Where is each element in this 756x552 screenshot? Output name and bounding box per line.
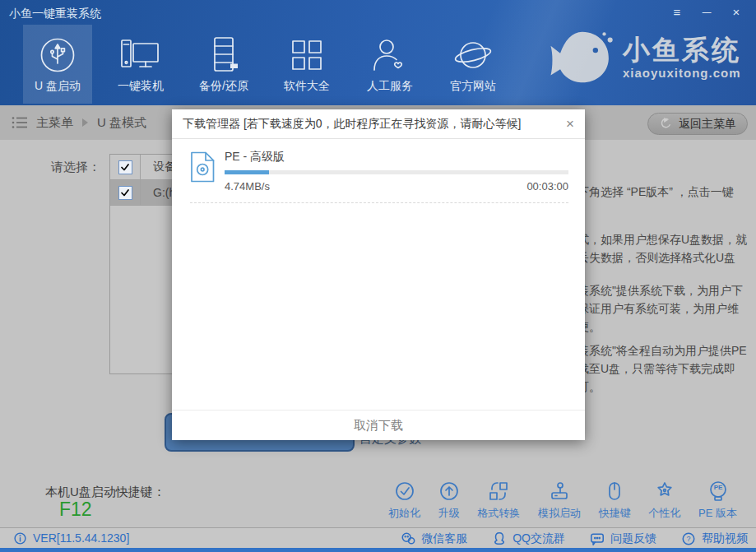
help-text-line: 下角选择 “PE版本” ，点击一键 [577,185,734,200]
window-close-button[interactable]: × [728,3,744,20]
nav-label: 备份/还原 [199,79,248,94]
tool-pe-version[interactable]: PE PE 版本 [698,480,737,521]
hotkey-mouse-icon [604,480,625,502]
pe-version-icon: PE [707,480,729,502]
window-minimize-button[interactable]: ─ [698,3,715,20]
progress-bar [225,170,568,174]
website-icon [452,35,494,76]
app-window: 小鱼一键重装系统 ≡ ─ × U 盘启动 [0,0,756,552]
simulate-boot-icon [549,480,570,502]
help-video-icon: ? [681,531,696,546]
nav-item-human-service[interactable]: 人工服务 [355,25,424,104]
help-text-line: 丢失数据，否则选择格式化U盘 [577,251,735,266]
nav-label: 一键装机 [118,79,164,94]
help-text-line: 载至U盘，只需等待下载完成即 [577,362,735,377]
apps-icon [290,35,324,76]
window-bottom-border [0,548,756,552]
nav-item-usb-boot[interactable]: U 盘启动 [23,25,92,104]
help-video-link[interactable]: ? 帮助视频 [681,531,748,546]
help-text-line: 保证用户有系统可装，为用户维 [577,302,739,317]
nav-label: 人工服务 [367,79,413,94]
select-device-label: 请选择： [51,160,100,175]
brand-logo: 小鱼系统 xiaoyuxitong.com [547,28,741,87]
header: 小鱼一键重装系统 ≡ ─ × U 盘启动 [0,0,756,105]
backup-icon [207,35,240,76]
download-speed: 4.74MB/s [225,180,270,193]
wechat-icon [401,531,415,546]
fish-logo-icon [547,28,615,87]
progress-fill [225,170,269,174]
svg-text:PE: PE [713,484,722,491]
help-text-line: 装系统"将全程自动为用户提供PE [577,344,747,359]
version-label: VER[11.5.44.1230] [33,531,129,545]
brand-domain: xiaoyuxitong.com [623,66,741,80]
nav-label: 软件大全 [284,79,330,94]
help-text-line: 装系统"提供系统下载，为用户下 [577,284,743,299]
format-convert-icon [488,480,509,502]
feedback-icon [590,531,605,546]
qq-group-link[interactable]: QQ交流群 [492,531,565,546]
dialog-divider [190,202,568,203]
status-bar: VER[11.5.44.1230] 微信客服 QQ交流群 [0,527,756,548]
qq-icon [492,531,507,546]
help-text-line: 式，如果用户想保存U盘数据，就 [577,233,747,248]
usb-icon [39,35,77,76]
footer-toolbar: 初始化 升级 格式转换 [388,480,737,521]
cancel-download-button[interactable]: 取消下载 [354,418,403,434]
nav-item-software-collection[interactable]: 软件大全 [272,25,341,104]
init-icon [394,480,415,502]
download-time-remaining: 00:03:00 [526,180,568,193]
tool-initialize[interactable]: 初始化 [388,480,420,521]
dialog-footer: 取消下载 [172,410,585,440]
usb-boot-hotkey-value: F12 [59,499,92,521]
window-title: 小鱼一键重装系统 [9,7,101,21]
nav-item-backup-restore[interactable]: 备份/还原 [189,25,258,104]
tool-hotkey[interactable]: 快捷键 [599,480,631,521]
breadcrumb-separator-icon [82,118,88,127]
device-row-checkbox[interactable] [118,186,132,200]
download-manager-dialog: 下载管理器 [若下载速度为0，此时程序正在寻找资源，请耐心等候] × PE - … [172,109,585,440]
breadcrumb-current: U 盘模式 [97,115,146,131]
personalize-icon [654,480,675,502]
tool-upgrade[interactable]: 升级 [438,480,460,521]
menu-list-icon [12,116,28,129]
window-menu-button[interactable]: ≡ [669,3,685,20]
back-arrow-icon [659,117,673,131]
main-nav: U 盘启动 一键装机 [23,25,508,104]
tool-personalize[interactable]: 个性化 [648,480,680,521]
breadcrumb-root[interactable]: 主菜单 [36,115,73,131]
download-item-name: PE - 高级版 [225,150,568,165]
dialog-header: 下载管理器 [若下载速度为0，此时程序正在寻找资源，请耐心等候] × [172,109,585,139]
wechat-support-link[interactable]: 微信客服 [401,531,467,546]
support-icon [371,35,409,76]
status-links: 微信客服 QQ交流群 问题反馈 [401,528,748,549]
svg-text:?: ? [686,535,690,543]
disc-file-icon [190,151,215,183]
select-all-checkbox[interactable] [118,160,132,174]
nav-label: 官方网站 [450,79,496,94]
download-item: PE - 高级版 4.74MB/s 00:03:00 [172,139,585,193]
tool-simulate-boot[interactable]: 模拟启动 [538,480,581,521]
version-info[interactable]: VER[11.5.44.1230] [13,531,129,545]
upgrade-icon [438,480,460,502]
feedback-link[interactable]: 问题反馈 [590,531,656,546]
nav-label: U 盘启动 [35,79,81,94]
back-button-label: 返回主菜单 [679,117,736,132]
dialog-close-button[interactable]: × [566,117,574,131]
nav-item-one-click-install[interactable]: 一键装机 [106,25,175,104]
window-controls: ≡ ─ × [669,3,744,20]
brand-name: 小鱼系统 [623,36,741,63]
dialog-title: 下载管理器 [若下载速度为0，此时程序正在寻找资源，请耐心等候] [183,117,521,132]
back-to-main-menu-button[interactable]: 返回主菜单 [647,113,748,135]
nav-item-official-website[interactable]: 官方网站 [438,25,508,104]
tool-format-convert[interactable]: 格式转换 [477,480,520,521]
computer-icon [120,35,161,76]
info-icon [13,531,27,545]
